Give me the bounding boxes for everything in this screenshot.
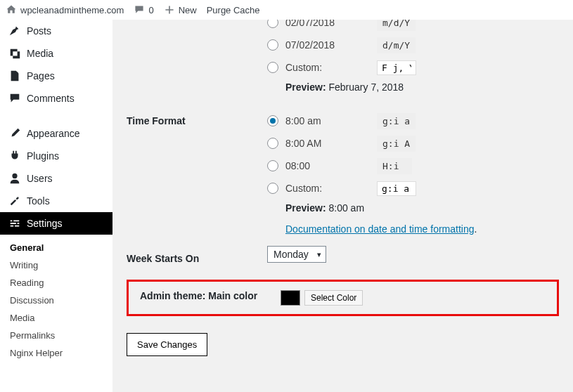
date-custom-input[interactable] [377,60,416,75]
time-option-label: 08:00 [285,160,370,171]
sidebar-item-plugins[interactable]: Plugins [0,145,112,167]
time-format-heading: Time Format [127,103,267,240]
settings-content: 02/07/2018 m/d/Y 07/02/2018 d/m/Y Custom… [112,20,573,392]
pushpin-icon [8,25,21,37]
home-icon [6,4,17,15]
date-option-code: d/m/Y [377,37,416,53]
sidebar-item-comments[interactable]: Comments [0,87,112,110]
sidebar-item-label: Media [27,48,53,59]
color-swatch[interactable] [281,290,300,306]
admin-color-highlight: Admin theme: Main color Select Color [127,280,559,316]
date-preview-value: February 7, 2018 [328,81,404,93]
radio-date-mdy[interactable] [267,20,278,28]
time-custom-input[interactable] [377,181,416,196]
user-icon [8,172,21,185]
sidebar-item-label: Plugins [27,150,59,162]
radio-time-giA[interactable] [267,138,278,149]
submenu-item-media[interactable]: Media [8,309,112,327]
plug-icon [8,150,21,162]
time-option-label: 8:00 AM [285,138,370,149]
time-preview-label: Preview: [285,202,326,214]
adminbar-site-name: wpcleanadmintheme.com [20,5,124,15]
submenu-item-discussion[interactable]: Discussion [8,292,112,309]
date-option-label: 07/02/2018 [285,39,370,51]
sidebar-item-settings[interactable]: Settings [0,212,112,235]
date-preview-label: Preview: [285,81,326,93]
adminbar-site-link[interactable]: wpcleanadmintheme.com [6,4,124,15]
radio-time-gia[interactable] [267,115,278,126]
time-option-code: g:i A [377,136,416,152]
submenu-item-writing[interactable]: Writing [8,256,112,274]
radio-date-dmy[interactable] [267,39,278,51]
submenu-item-general[interactable]: General [8,239,112,256]
sidebar-item-appearance[interactable]: Appearance [0,122,112,145]
select-color-button[interactable]: Select Color [304,290,363,306]
adminbar-purge-link[interactable]: Purge Cache [207,5,260,15]
sidebar-item-label: Posts [27,25,51,37]
adminbar-new-label: New [179,5,197,15]
admin-bar: wpcleanadmintheme.com 0 New Purge Cache [0,0,573,20]
time-option-code: g:i a [377,113,416,129]
week-starts-select[interactable]: Monday [267,246,326,263]
sidebar-item-label: Settings [27,218,63,229]
radio-time-custom[interactable] [267,183,278,194]
comment-icon [134,4,145,15]
date-option-label: 02/07/2018 [285,20,370,28]
time-preview-value: 8:00 am [328,202,364,214]
radio-date-custom[interactable] [267,62,278,73]
sidebar-item-pages[interactable]: Pages [0,65,112,87]
submenu-item-nginx[interactable]: Nginx Helper [8,344,112,362]
sidebar-item-label: Tools [27,195,50,207]
adminbar-comments-link[interactable]: 0 [134,4,153,15]
sidebar-item-label: Users [27,173,53,184]
week-starts-value: Monday [273,249,309,260]
sidebar-item-users[interactable]: Users [0,167,112,190]
week-starts-heading: Week Starts On [127,240,267,277]
admin-color-heading: Admin theme: Main color [140,290,281,306]
sidebar-item-label: Pages [27,70,55,81]
submenu-item-permalinks[interactable]: Permalinks [8,327,112,344]
time-option-label: 8:00 am [285,115,370,126]
plus-icon [164,4,175,15]
date-option-code: m/d/Y [377,20,416,31]
time-option-label: Custom: [285,183,370,194]
page-icon [8,70,21,82]
settings-submenu: General Writing Reading Discussion Media… [0,235,112,366]
sliders-icon [8,217,21,230]
sidebar-item-media[interactable]: Media [0,42,112,65]
save-changes-button[interactable]: Save Changes [127,333,207,356]
admin-sidebar: Posts Media Pages Comments Appearance Pl… [0,20,112,392]
time-option-code: H:i [377,158,412,174]
date-option-label: Custom: [285,62,370,73]
adminbar-comments-count: 0 [148,5,153,15]
brush-icon [8,127,21,140]
adminbar-new-link[interactable]: New [164,4,197,15]
adminbar-purge-label: Purge Cache [207,5,260,15]
sidebar-item-tools[interactable]: Tools [0,190,112,212]
radio-time-Hi[interactable] [267,160,278,171]
datetime-doc-link[interactable]: Documentation on date and time formattin… [285,223,475,235]
sidebar-item-label: Comments [27,93,75,104]
media-icon [8,47,21,60]
comment-icon [8,92,21,105]
submenu-item-reading[interactable]: Reading [8,274,112,292]
wrench-icon [8,195,21,207]
sidebar-item-posts[interactable]: Posts [0,20,112,42]
sidebar-item-label: Appearance [27,128,80,139]
